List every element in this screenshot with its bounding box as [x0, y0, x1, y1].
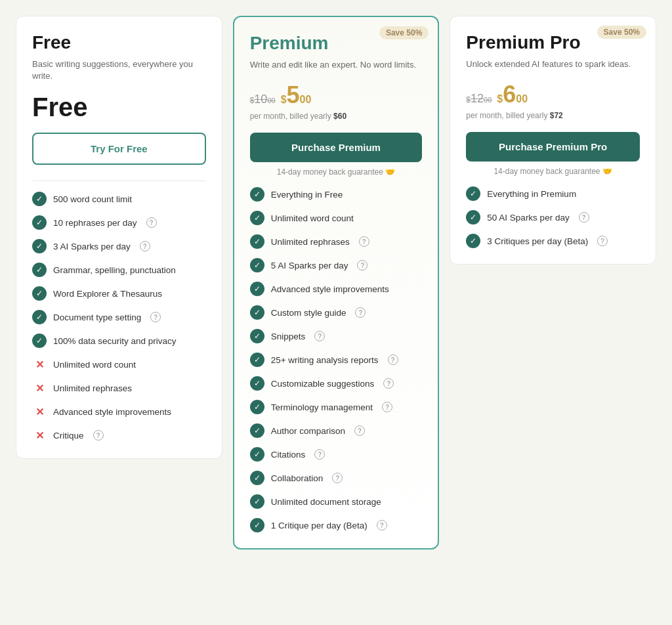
- help-icon[interactable]: ?: [579, 212, 589, 223]
- feature-text: Grammar, spelling, punctuation: [53, 265, 176, 275]
- premium-price-row: $1000 $500: [250, 81, 423, 109]
- check-icon: ✓: [466, 234, 480, 248]
- purchase-premium-pro-button[interactable]: Purchase Premium Pro: [466, 132, 640, 162]
- check-icon: ✓: [466, 210, 480, 225]
- free-plan-name: Free: [32, 32, 206, 53]
- pricing-grid: Free Basic writing suggestions, everywhe…: [16, 16, 656, 550]
- list-item: ✕ Advanced style improvements: [32, 404, 206, 419]
- list-item: ✓ Unlimited word count: [250, 211, 423, 225]
- feature-text: Document type setting: [53, 312, 141, 322]
- list-item: ✓ Document type setting ?: [32, 310, 206, 324]
- help-icon[interactable]: ?: [146, 217, 157, 228]
- check-icon: ✓: [250, 400, 264, 414]
- feature-text: 3 Critiques per day (Beta): [487, 236, 588, 246]
- x-icon: ✕: [32, 357, 47, 372]
- feature-text: 5 AI Sparks per day: [271, 261, 348, 270]
- save-badge-pro: Save 50%: [597, 26, 646, 39]
- feature-text: 500 word count limit: [53, 194, 132, 204]
- help-icon[interactable]: ?: [332, 473, 343, 483]
- list-item: ✓ 25+ writing analysis reports ?: [250, 353, 423, 367]
- feature-text: Citations: [271, 450, 306, 460]
- help-icon[interactable]: ?: [140, 241, 150, 251]
- feature-text: Customizable suggestions: [271, 379, 375, 389]
- feature-text: Unlimited rephrases: [53, 383, 132, 393]
- help-icon[interactable]: ?: [150, 312, 161, 322]
- help-icon[interactable]: ?: [359, 236, 369, 247]
- check-icon: ✓: [250, 471, 264, 485]
- premium-pro-plan-card: Save 50% Premium Pro Unlock extended AI …: [450, 16, 656, 265]
- help-icon[interactable]: ?: [597, 236, 608, 246]
- premium-plan-subtitle: Write and edit like an expert. No word l…: [250, 59, 423, 71]
- list-item: ✓ Word Explorer & Thesaurus: [32, 286, 206, 301]
- check-icon: ✓: [250, 447, 264, 462]
- list-item: ✓ 1 Critique per day (Beta) ?: [250, 518, 423, 532]
- free-plan-subtitle: Basic writing suggestions, everywhere yo…: [32, 58, 206, 82]
- check-icon: ✓: [250, 258, 264, 272]
- check-icon: ✓: [250, 329, 264, 343]
- help-icon[interactable]: ?: [383, 378, 394, 389]
- help-icon[interactable]: ?: [93, 430, 104, 441]
- check-icon: ✓: [250, 376, 264, 391]
- list-item: ✕ Critique ?: [32, 428, 206, 442]
- list-item: ✓ 10 rephrases per day ?: [32, 215, 206, 230]
- list-item: ✓ Citations ?: [250, 447, 423, 462]
- x-icon: ✕: [32, 428, 47, 442]
- check-icon: ✓: [32, 286, 47, 301]
- premium-feature-list: ✓ Everything in Free ✓ Unlimited word co…: [250, 187, 423, 532]
- check-icon: ✓: [32, 334, 47, 348]
- free-feature-list: ✓ 500 word count limit ✓ 10 rephrases pe…: [32, 192, 206, 442]
- purchase-premium-button[interactable]: Purchase Premium: [250, 133, 423, 162]
- help-icon[interactable]: ?: [357, 260, 368, 270]
- list-item: ✓ 100% data security and privacy: [32, 334, 206, 348]
- feature-text: Unlimited word count: [271, 213, 354, 223]
- feature-text: 100% data security and privacy: [53, 336, 177, 346]
- premium-pro-price-billed: per month, billed yearly $72: [466, 111, 640, 120]
- premium-pro-price-current: $600: [497, 81, 528, 108]
- premium-pro-feature-list: ✓ Everything in Premium ✓ 50 AI Sparks p…: [466, 186, 640, 248]
- check-icon: ✓: [250, 282, 264, 296]
- feature-text: Unlimited document storage: [271, 497, 381, 507]
- check-icon: ✓: [250, 353, 264, 367]
- save-badge: Save 50%: [379, 26, 429, 39]
- check-icon: ✓: [250, 187, 264, 202]
- help-icon[interactable]: ?: [314, 449, 325, 460]
- help-icon[interactable]: ?: [388, 355, 398, 365]
- feature-text: Critique: [53, 431, 84, 441]
- list-item: ✓ Unlimited rephrases ?: [250, 234, 423, 249]
- list-item: ✓ Collaboration ?: [250, 471, 423, 485]
- check-icon: ✓: [32, 239, 47, 253]
- help-icon[interactable]: ?: [377, 520, 387, 530]
- list-item: ✓ Snippets ?: [250, 329, 423, 343]
- help-icon[interactable]: ?: [382, 402, 392, 412]
- feature-text: 50 AI Sparks per day: [487, 213, 569, 223]
- check-icon: ✓: [250, 211, 264, 225]
- premium-pro-price-row: $1200 $600: [466, 81, 640, 108]
- check-icon: ✓: [32, 310, 47, 324]
- list-item: ✓ Terminology management ?: [250, 400, 423, 414]
- help-icon[interactable]: ?: [354, 425, 365, 436]
- feature-text: Unlimited word count: [53, 360, 136, 370]
- check-icon: ✓: [32, 263, 47, 277]
- list-item: ✓ Customizable suggestions ?: [250, 376, 423, 391]
- feature-text: Snippets: [271, 332, 306, 341]
- list-item: ✕ Unlimited rephrases: [32, 381, 206, 395]
- premium-pro-price-original: $1200: [466, 92, 492, 106]
- feature-text: Custom style guide: [271, 308, 346, 318]
- check-icon: ✓: [250, 518, 264, 532]
- premium-money-back: 14-day money back guarantee 🤝: [250, 167, 423, 177]
- help-icon[interactable]: ?: [314, 331, 325, 341]
- try-for-free-button[interactable]: Try For Free: [32, 133, 206, 165]
- x-icon: ✕: [32, 404, 47, 419]
- feature-text: Collaboration: [271, 473, 324, 483]
- help-icon[interactable]: ?: [355, 307, 366, 318]
- feature-text: 3 AI Sparks per day: [53, 242, 131, 251]
- x-icon: ✕: [32, 381, 47, 395]
- feature-text: Advanced style improvements: [53, 407, 171, 417]
- feature-text: Everything in Premium: [487, 189, 576, 199]
- list-item: ✓ Custom style guide ?: [250, 305, 423, 320]
- list-item: ✓ Unlimited document storage: [250, 494, 423, 509]
- list-item: ✓ 3 AI Sparks per day ?: [32, 239, 206, 253]
- list-item: ✓ Grammar, spelling, punctuation: [32, 263, 206, 277]
- feature-text: Author comparison: [271, 426, 345, 436]
- feature-text: Unlimited rephrases: [271, 237, 350, 247]
